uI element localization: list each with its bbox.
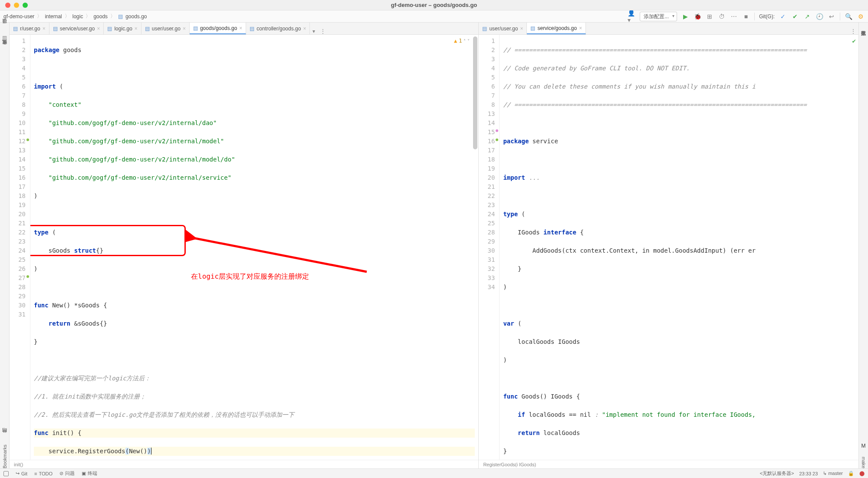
right-tabs: ▤user/user.go× ▤service/goods.go× ⋮ (479, 23, 858, 35)
annotation-text: 在logic层实现了对应服务的注册绑定 (191, 272, 309, 281)
m-label: M (861, 443, 866, 449)
right-code-editor[interactable]: // =====================================… (500, 35, 858, 460)
crumb-goods[interactable]: goods (93, 13, 108, 20)
toolbar-divider-2 (840, 13, 840, 20)
tab-user-user-r[interactable]: ▤user/user.go× (479, 23, 527, 34)
right-editor-pane: ▤user/user.go× ▤service/goods.go× ⋮ 1234… (479, 23, 858, 468)
close-window-icon[interactable] (5, 3, 10, 8)
warning-count: 1 (459, 36, 462, 46)
tab-menu-icon[interactable]: ⋮ (848, 28, 858, 34)
minimize-window-icon[interactable] (14, 3, 19, 8)
tab-r-user[interactable]: ▤r/user.go× (10, 23, 49, 34)
tab-service-goods[interactable]: ▤service/goods.go× (527, 23, 586, 34)
folder-icon[interactable]: ▥ (2, 35, 7, 41)
bookmarks-tool[interactable]: Bookmarks (2, 445, 7, 468)
inspection-ok-icon[interactable]: ✔ (852, 36, 856, 46)
crumb-project[interactable]: gf-demo-user (3, 13, 34, 20)
main-toolbar: gf-demo-user〉 internal〉 logic〉 goods〉 ▤ … (0, 10, 868, 23)
chevron-up-icon[interactable]: ˄ (464, 36, 466, 46)
todo-tool[interactable]: ≡ TODO (34, 471, 53, 476)
status-bar: ↪ Git ≡ TODO ⊘ 问题 ▣ 终端 <无默认服务器> 23:33 23… (0, 468, 868, 478)
profile-icon[interactable]: ⏱ (718, 13, 726, 20)
tab-user-user[interactable]: ▤user/user.go× (141, 23, 190, 34)
user-icon[interactable]: 👤▾ (628, 13, 635, 20)
vcs-rollback-icon[interactable]: ↩ (828, 13, 835, 20)
crumb-logic[interactable]: logic (72, 13, 83, 20)
left-code-area[interactable]: 12345 678910 11121314 1516171819 2021222… (10, 35, 478, 460)
vcs-update-icon[interactable]: ✓ (779, 13, 787, 20)
tool-window-icon[interactable] (3, 471, 9, 476)
right-code-area[interactable]: 12345 6781314 1516171819 2021222324 2528… (479, 35, 858, 460)
tab-service-user[interactable]: ▤service/user.go× (49, 23, 104, 34)
left-breadcrumb-bar[interactable]: init() (10, 460, 478, 468)
stop-icon[interactable]: ■ (742, 13, 750, 20)
terminal-tool[interactable]: ▣ 终端 (82, 470, 97, 477)
main-area: 项目 ▥ 收藏夹 结构 Bookmarks ▤r/user.go× ▤servi… (0, 23, 868, 468)
cursor-position: 23:33 23 (799, 471, 818, 476)
tab-goods-goods[interactable]: ▤goods/goods.go× (190, 23, 246, 34)
run-icon[interactable]: ▶ (681, 13, 689, 20)
window-controls (0, 3, 28, 8)
branch-label[interactable]: ↳ master (823, 471, 843, 476)
breadcrumb[interactable]: gf-demo-user〉 internal〉 logic〉 goods〉 ▤ … (3, 13, 147, 20)
titlebar: gf-demo-user – goods/goods.go (0, 0, 868, 10)
tab-logic[interactable]: ▤logic.go× (104, 23, 141, 34)
make-tool[interactable]: make (861, 457, 866, 468)
lock-icon[interactable]: 🔒 (848, 471, 854, 476)
gutter-mark-icon[interactable] (26, 275, 29, 278)
scrollbar[interactable] (473, 35, 477, 460)
error-indicator-icon[interactable]: ⬤ (859, 471, 865, 476)
right-tool-stripe: 数据库主机 M make (858, 23, 868, 468)
attach-icon[interactable]: ⋯ (730, 13, 738, 20)
left-tool-stripe: 项目 ▥ 收藏夹 结构 Bookmarks (0, 23, 10, 468)
toolbar-divider (754, 13, 755, 20)
line-numbers-right: 12345 6781314 1516171819 2021222324 2528… (479, 35, 500, 460)
window-title: gf-demo-user – goods/goods.go (391, 2, 477, 8)
chevron-down-icon[interactable]: ▾ (310, 28, 318, 34)
gutter-mark-icon[interactable] (26, 138, 29, 141)
vcs-commit-icon[interactable]: ✔ (791, 13, 799, 20)
git-label: Git(G): (759, 13, 775, 20)
left-editor-pane: ▤r/user.go× ▤service/user.go× ▤logic.go×… (10, 23, 479, 468)
maximize-window-icon[interactable] (23, 3, 28, 8)
toolbar-actions: 👤▾ 添加配置... ▶ 🐞 ⊞ ⏱ ⋯ ■ Git(G): ✓ ✔ ↗ 🕘 ↩… (628, 12, 865, 21)
right-breadcrumb-bar[interactable]: RegisterGoods(i IGoods) (479, 460, 858, 468)
search-everywhere-icon[interactable]: 🔍 (845, 13, 852, 20)
problems-tool[interactable]: ⊘ 问题 (59, 470, 75, 477)
close-icon[interactable]: × (43, 26, 46, 32)
chevron-down-icon[interactable]: ˅ (467, 36, 470, 46)
tab-controller-goods[interactable]: ▤controller/goods.go× (246, 23, 310, 34)
line-numbers: 12345 678910 11121314 1516171819 2021222… (10, 35, 30, 460)
settings-icon[interactable]: ⚙ (857, 13, 865, 20)
vcs-push-icon[interactable]: ↗ (803, 13, 811, 20)
editor-split: ▤r/user.go× ▤service/user.go× ▤logic.go×… (10, 23, 858, 468)
inspection-widget[interactable]: ▲ 1 ˄ ˅ (454, 36, 470, 46)
left-tabs: ▤r/user.go× ▤service/user.go× ▤logic.go×… (10, 23, 478, 35)
go-file-icon: ▤ (118, 13, 123, 20)
server-status[interactable]: <无默认服务器> (760, 470, 794, 477)
crumb-file[interactable]: goods.go (125, 13, 147, 20)
gutter-mark-icon[interactable] (496, 129, 498, 132)
debug-icon[interactable]: 🐞 (694, 13, 701, 20)
tab-menu-icon[interactable]: ⋮ (318, 28, 328, 34)
crumb-internal[interactable]: internal (45, 13, 62, 20)
vcs-history-icon[interactable]: 🕘 (815, 13, 823, 20)
warning-icon: ▲ (454, 36, 457, 46)
coverage-icon[interactable]: ⊞ (706, 13, 713, 20)
run-config-select[interactable]: 添加配置... (640, 12, 677, 21)
git-tool[interactable]: ↪ Git (16, 471, 27, 476)
left-code-editor[interactable]: package goods import ( "context" "github… (30, 35, 478, 460)
